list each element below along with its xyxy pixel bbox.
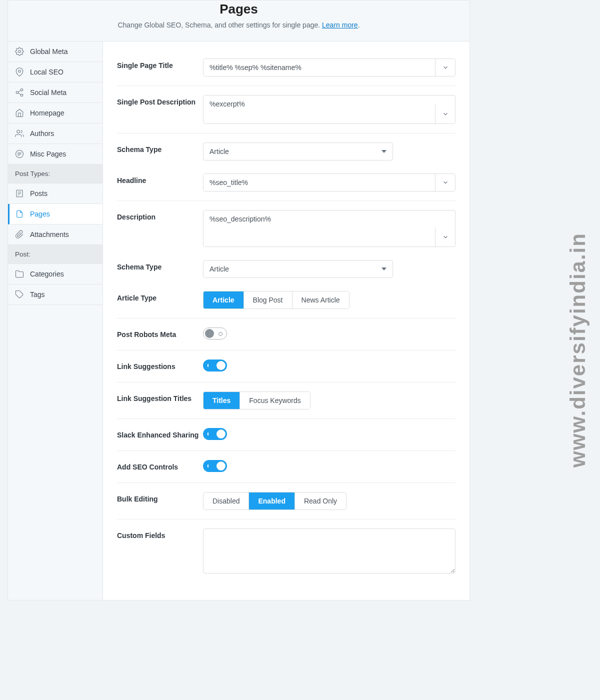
- svg-point-1: [18, 70, 21, 72]
- svg-line-6: [18, 90, 20, 92]
- single-page-title-label: Single Page Title: [117, 58, 203, 70]
- tag-icon: [15, 290, 24, 299]
- link-suggestions-label: Link Suggestions: [117, 360, 203, 370]
- page-icon: [15, 210, 24, 218]
- sidebar-item-label: Homepage: [30, 109, 64, 117]
- article-type-article[interactable]: Article: [204, 292, 244, 308]
- sidebar-item-label: Authors: [30, 130, 54, 138]
- article-type-news-article[interactable]: News Article: [292, 292, 349, 308]
- svg-point-0: [18, 50, 21, 53]
- article-type-blog-post[interactable]: Blog Post: [244, 292, 292, 308]
- sidebar-item-social-meta[interactable]: Social Meta: [8, 82, 102, 103]
- post-icon: [15, 189, 24, 198]
- variable-dropdown-button[interactable]: [435, 174, 455, 191]
- share-icon: [15, 88, 24, 97]
- sidebar: Global Meta Local SEO Social Meta Homepa…: [8, 42, 103, 600]
- svg-point-4: [20, 94, 23, 96]
- sidebar-item-label: Pages: [30, 210, 50, 218]
- sidebar-item-label: Social Meta: [30, 88, 66, 96]
- variable-dropdown-button[interactable]: [435, 228, 455, 246]
- sidebar-item-label: Tags: [30, 290, 45, 298]
- post-robots-toggle[interactable]: [203, 328, 227, 340]
- sidebar-item-label: Categories: [30, 270, 64, 278]
- bulk-editing-group: Disabled Enabled Read Only: [203, 492, 346, 510]
- sidebar-item-categories[interactable]: Categories: [8, 264, 102, 284]
- schema-type-select[interactable]: Article: [203, 142, 393, 160]
- pin-icon: [15, 68, 24, 76]
- content: Single Page Title Single Post Descriptio…: [103, 42, 470, 600]
- schema-type-2-label: Schema Type: [117, 260, 203, 271]
- link-suggestion-titles-group: Titles Focus Keywords: [203, 392, 310, 410]
- lst-titles[interactable]: Titles: [204, 392, 240, 409]
- sidebar-item-pages[interactable]: Pages: [8, 204, 102, 224]
- svg-marker-17: [382, 150, 386, 153]
- sidebar-item-misc-pages[interactable]: Misc Pages: [8, 144, 102, 164]
- variable-dropdown-button[interactable]: [435, 104, 455, 124]
- sidebar-item-label: Misc Pages: [30, 150, 66, 158]
- article-type-group: Article Blog Post News Article: [203, 291, 350, 309]
- sidebar-item-tags[interactable]: Tags: [8, 284, 102, 305]
- svg-marker-18: [382, 268, 386, 270]
- lines-icon: [15, 150, 24, 158]
- custom-fields-label: Custom Fields: [117, 528, 203, 540]
- slack-toggle[interactable]: [203, 428, 227, 440]
- single-post-description-input[interactable]: [204, 96, 435, 124]
- sidebar-item-homepage[interactable]: Homepage: [8, 103, 102, 124]
- sidebar-item-global-meta[interactable]: Global Meta: [8, 42, 102, 62]
- sidebar-item-attachments[interactable]: Attachments: [8, 224, 102, 245]
- headline-label: Headline: [117, 174, 203, 184]
- hero: Pages Change Global SEO, Schema, and oth…: [8, 0, 470, 42]
- seo-controls-label: Add SEO Controls: [117, 460, 203, 471]
- home-icon: [15, 108, 24, 118]
- link-suggestion-titles-label: Link Suggestion Titles: [117, 392, 203, 402]
- svg-point-2: [20, 89, 23, 92]
- svg-line-5: [18, 93, 20, 94]
- schema-type-label: Schema Type: [117, 142, 203, 154]
- custom-fields-input[interactable]: [203, 528, 456, 574]
- gear-icon: [15, 47, 24, 56]
- lst-focus-keywords[interactable]: Focus Keywords: [240, 392, 310, 409]
- seo-controls-toggle[interactable]: [203, 460, 227, 472]
- clip-icon: [15, 230, 24, 239]
- sidebar-header-post-types: Post Types:: [8, 164, 102, 184]
- description-label: Description: [117, 210, 203, 221]
- folder-icon: [15, 270, 24, 278]
- bulk-disabled[interactable]: Disabled: [204, 492, 249, 510]
- bulk-readonly[interactable]: Read Only: [295, 492, 346, 510]
- sidebar-header-post: Post:: [8, 245, 102, 264]
- bulk-editing-label: Bulk Editing: [117, 492, 203, 503]
- learn-more-link[interactable]: Learn more: [322, 21, 358, 29]
- sidebar-item-label: Local SEO: [30, 68, 64, 76]
- description-input[interactable]: [204, 210, 435, 246]
- post-robots-label: Post Robots Meta: [117, 328, 203, 338]
- page-subtitle: Change Global SEO, Schema, and other set…: [20, 21, 458, 29]
- sidebar-item-label: Global Meta: [30, 48, 68, 56]
- page-title: Pages: [20, 0, 458, 17]
- sidebar-item-label: Attachments: [30, 230, 69, 238]
- sidebar-item-label: Posts: [30, 190, 48, 198]
- watermark-text: www.diversifyindia.in: [566, 232, 590, 468]
- headline-input[interactable]: [204, 174, 435, 191]
- article-type-label: Article Type: [117, 291, 203, 302]
- slack-label: Slack Enhanced Sharing: [117, 428, 203, 439]
- sidebar-item-posts[interactable]: Posts: [8, 184, 102, 204]
- schema-type-2-select[interactable]: Article: [203, 260, 393, 278]
- single-page-title-input[interactable]: [204, 59, 435, 76]
- variable-dropdown-button[interactable]: [435, 59, 455, 76]
- bulk-enabled[interactable]: Enabled: [249, 492, 294, 510]
- users-icon: [15, 129, 24, 138]
- sidebar-item-local-seo[interactable]: Local SEO: [8, 62, 102, 82]
- single-post-description-label: Single Post Description: [117, 95, 203, 106]
- svg-point-7: [17, 130, 20, 133]
- svg-point-3: [16, 92, 18, 94]
- settings-panel: Pages Change Global SEO, Schema, and oth…: [8, 0, 470, 600]
- link-suggestions-toggle[interactable]: [203, 360, 227, 372]
- sidebar-item-authors[interactable]: Authors: [8, 124, 102, 144]
